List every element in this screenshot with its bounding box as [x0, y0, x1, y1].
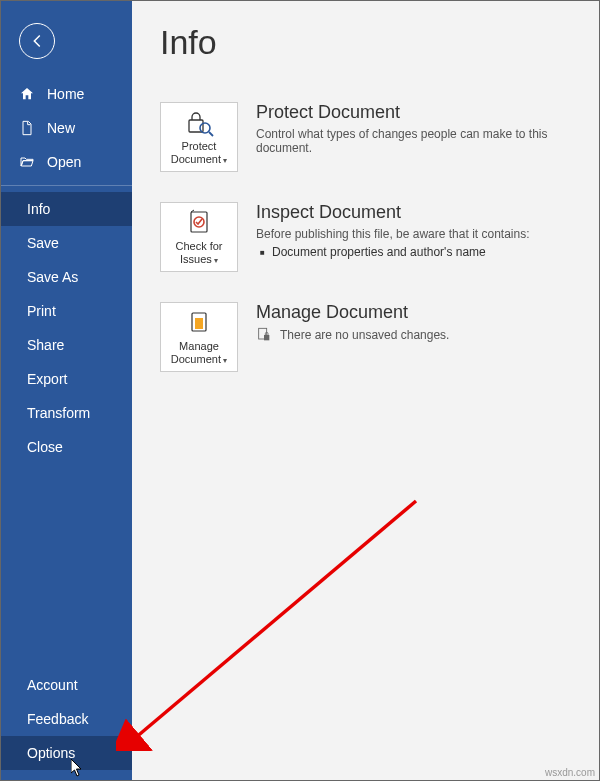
sidebar-item-label: Account: [27, 677, 78, 693]
sidebar-item-label: Options: [27, 745, 75, 761]
sidebar-item-options[interactable]: Options: [1, 736, 132, 770]
sidebar-item-close[interactable]: Close: [1, 430, 132, 464]
sidebar-item-info[interactable]: Info: [1, 192, 132, 226]
home-icon: [19, 86, 35, 102]
sidebar-item-transform[interactable]: Transform: [1, 396, 132, 430]
document-icon: [19, 120, 35, 136]
sidebar-item-label: Save: [27, 235, 59, 251]
sidebar-item-label: Transform: [27, 405, 90, 421]
inspect-document-icon: [184, 208, 214, 238]
sidebar-item-label: Home: [47, 86, 84, 102]
document-lock-icon: [256, 327, 272, 343]
sidebar-item-new[interactable]: New: [1, 111, 132, 145]
lock-search-icon: [184, 108, 214, 138]
tile-label: Check for Issues: [165, 240, 233, 266]
sidebar-item-label: Export: [27, 371, 67, 387]
tile-label: Protect Document: [165, 140, 233, 166]
sidebar-item-label: Feedback: [27, 711, 88, 727]
protect-document-tile[interactable]: Protect Document: [160, 102, 238, 172]
section-desc: Control what types of changes people can…: [256, 127, 571, 155]
sidebar-item-label: Save As: [27, 269, 78, 285]
check-issues-tile[interactable]: Check for Issues: [160, 202, 238, 272]
sidebar-item-print[interactable]: Print: [1, 294, 132, 328]
sidebar-item-export[interactable]: Export: [1, 362, 132, 396]
svg-rect-6: [195, 318, 203, 329]
divider: [1, 185, 132, 186]
sidebar-item-label: New: [47, 120, 75, 136]
section-title: Protect Document: [256, 102, 571, 123]
issue-item: Document properties and author's name: [260, 245, 571, 259]
watermark: wsxdn.com: [545, 767, 595, 778]
svg-rect-8: [264, 335, 269, 340]
sidebar-item-save[interactable]: Save: [1, 226, 132, 260]
sidebar-item-label: Close: [27, 439, 63, 455]
sidebar-item-home[interactable]: Home: [1, 77, 132, 111]
sidebar-item-label: Share: [27, 337, 64, 353]
sidebar-item-label: Info: [27, 201, 50, 217]
sidebar-item-feedback[interactable]: Feedback: [1, 702, 132, 736]
svg-point-1: [200, 123, 210, 133]
sidebar-item-account[interactable]: Account: [1, 668, 132, 702]
folder-open-icon: [19, 154, 35, 170]
section-desc: Before publishing this file, be aware th…: [256, 227, 571, 241]
back-button[interactable]: [19, 23, 55, 59]
svg-line-2: [209, 132, 213, 136]
sidebar-item-label: Open: [47, 154, 81, 170]
page-title: Info: [160, 23, 571, 62]
tile-label: Manage Document: [165, 340, 233, 366]
arrow-left-icon: [28, 32, 46, 50]
manage-document-icon: [184, 308, 214, 338]
sidebar-item-save-as[interactable]: Save As: [1, 260, 132, 294]
issue-list: Document properties and author's name: [256, 245, 571, 259]
sidebar-item-open[interactable]: Open: [1, 145, 132, 179]
section-title: Inspect Document: [256, 202, 571, 223]
section-title: Manage Document: [256, 302, 571, 323]
sidebar-item-label: Print: [27, 303, 56, 319]
manage-message: There are no unsaved changes.: [280, 328, 449, 342]
manage-document-tile[interactable]: Manage Document: [160, 302, 238, 372]
sidebar-item-share[interactable]: Share: [1, 328, 132, 362]
